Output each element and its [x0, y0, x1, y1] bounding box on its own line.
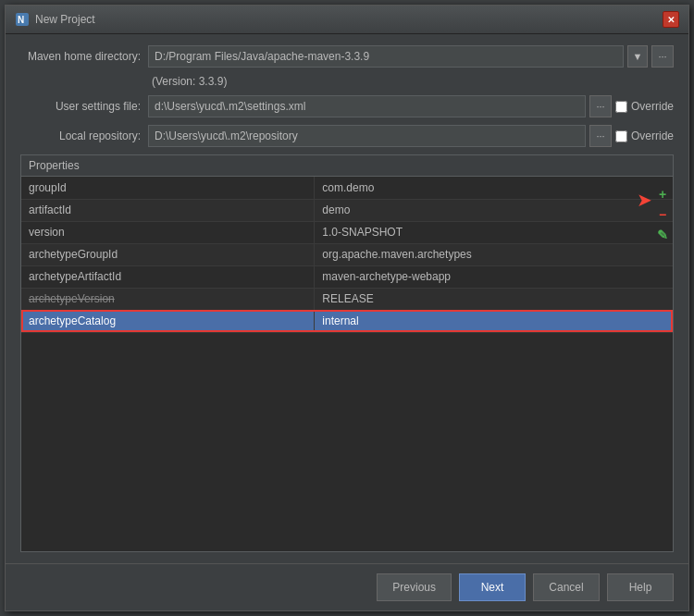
properties-section: Properties groupIdcom.demoartifactIddemo…: [20, 154, 674, 552]
dialog-footer: Previous Next Cancel Help: [6, 563, 688, 610]
maven-home-browse[interactable]: ···: [651, 45, 674, 68]
local-repo-row: Local repository: ··· Override: [20, 125, 674, 147]
property-value-cell: maven-archetype-webapp: [315, 265, 673, 288]
table-row[interactable]: archetypeCataloginternal: [21, 310, 673, 332]
new-project-dialog: N New Project ✕ Maven home directory: ▼ …: [5, 5, 689, 611]
close-button[interactable]: ✕: [663, 11, 679, 28]
property-value-cell: demo: [315, 199, 673, 221]
dialog-title: New Project: [35, 13, 657, 26]
table-row[interactable]: groupIdcom.demo: [21, 177, 673, 199]
table-row[interactable]: artifactIddemo: [21, 199, 673, 221]
override-checkbox-1-label: Override: [615, 100, 674, 113]
override-checkbox-1[interactable]: [615, 101, 627, 113]
add-property-button[interactable]: +: [653, 185, 672, 203]
override-checkbox-2[interactable]: [615, 130, 627, 142]
version-row: (Version: 3.3.9): [20, 75, 674, 88]
remove-property-button[interactable]: −: [653, 205, 672, 224]
dialog-content: Maven home directory: ▼ ··· (Version: 3.…: [6, 34, 688, 563]
properties-header: Properties: [21, 155, 673, 177]
title-bar: N New Project ✕: [6, 6, 688, 34]
svg-text:N: N: [18, 15, 24, 25]
next-button[interactable]: Next: [459, 573, 526, 601]
edit-property-button[interactable]: ✎: [653, 226, 672, 244]
properties-table: groupIdcom.demoartifactIddemoversion1.0-…: [21, 177, 673, 333]
property-name-cell: version: [21, 221, 315, 243]
maven-home-row: Maven home directory: ▼ ···: [20, 45, 674, 68]
local-repo-browse[interactable]: ···: [589, 125, 612, 147]
property-value-cell: internal: [315, 310, 673, 332]
dialog-icon: N: [15, 12, 30, 27]
property-name-cell: archetypeCatalog: [21, 310, 315, 332]
help-button[interactable]: Help: [607, 573, 674, 601]
property-value-cell: RELEASE: [315, 288, 673, 310]
previous-button[interactable]: Previous: [377, 573, 452, 601]
property-name-cell: groupId: [21, 177, 315, 199]
side-buttons: + − ✎: [651, 181, 674, 248]
property-name-cell: archetypeGroupId: [21, 243, 315, 265]
property-name-cell: archetypeVersion: [21, 288, 315, 310]
user-settings-label: User settings file:: [20, 100, 141, 113]
user-settings-input[interactable]: [148, 95, 586, 117]
table-row[interactable]: archetypeVersionRELEASE: [21, 288, 673, 310]
property-value-cell: com.demo: [315, 177, 673, 199]
user-settings-row: User settings file: ··· Override: [20, 95, 674, 117]
property-name-cell: artifactId: [21, 199, 315, 221]
user-settings-browse[interactable]: ···: [589, 95, 612, 117]
table-row[interactable]: version1.0-SNAPSHOT: [21, 221, 673, 243]
property-value-cell: 1.0-SNAPSHOT: [315, 221, 673, 243]
maven-home-dropdown[interactable]: ▼: [627, 45, 648, 68]
maven-version-text: (Version: 3.3.9): [148, 75, 227, 88]
table-row[interactable]: archetypeArtifactIdmaven-archetype-webap…: [21, 265, 673, 288]
maven-home-input[interactable]: [148, 45, 624, 68]
property-value-cell: org.apache.maven.archetypes: [315, 243, 673, 265]
local-repo-label: Local repository:: [20, 129, 141, 142]
local-repo-input[interactable]: [148, 125, 586, 147]
override-checkbox-2-label: Override: [615, 129, 674, 142]
table-row[interactable]: archetypeGroupIdorg.apache.maven.archety…: [21, 243, 673, 265]
properties-table-wrapper[interactable]: groupIdcom.demoartifactIddemoversion1.0-…: [21, 177, 673, 551]
maven-home-label: Maven home directory:: [20, 50, 141, 63]
property-name-cell: archetypeArtifactId: [21, 265, 315, 288]
cancel-button[interactable]: Cancel: [533, 573, 600, 601]
